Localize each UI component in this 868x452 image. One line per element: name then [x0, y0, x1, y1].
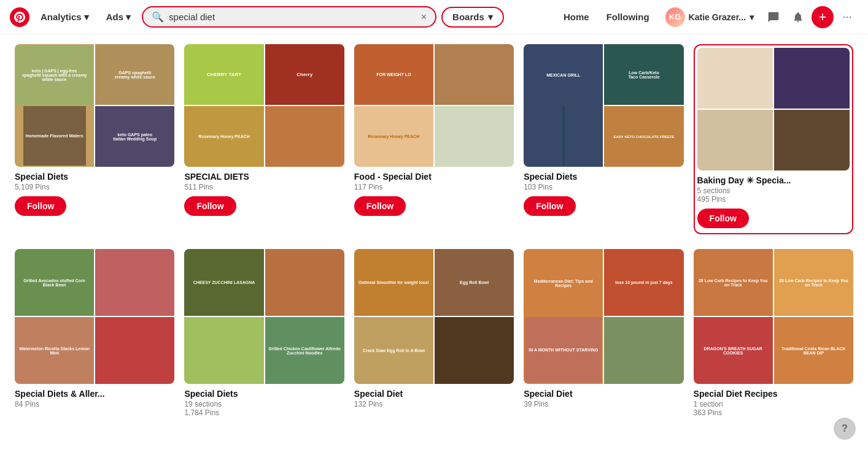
board-title-1: Special Diets: [15, 172, 174, 182]
board-card-10[interactable]: 28 Low Carb Recipes to Keep You on Track…: [694, 249, 853, 424]
ads-nav[interactable]: Ads ▾: [100, 8, 137, 26]
board-info-5: Baking Day ✳ Specia... 5 sections 495 Pi…: [697, 170, 850, 231]
board-card-6[interactable]: Grilled Avocados stuffed Corn Black Bean…: [15, 249, 174, 424]
board-info-4: Special Diets 103 Pins Follow: [524, 167, 683, 218]
follow-button-5[interactable]: Follow: [697, 209, 749, 228]
board-card-8[interactable]: Oatmeal Smoothie for weight loss! Egg Ro…: [354, 249, 514, 424]
ads-label: Ads: [106, 12, 123, 22]
board-info-8: Special Diet 132 Pins: [354, 384, 514, 416]
board-meta-3: 117 Pins: [354, 183, 514, 191]
board-meta-8: 132 Pins: [354, 400, 514, 408]
board-info-7: Special Diets 19 sections 1,784 Pins: [184, 384, 344, 424]
board-title-9: Special Diet: [524, 389, 683, 399]
user-chevron-icon: ▾: [750, 12, 754, 22]
board-images-2: CHERRY TART Cherry Rosemary Honey PEACH: [184, 44, 344, 167]
board-meta-6: 84 Pins: [15, 400, 174, 408]
notifications-icon[interactable]: [787, 6, 809, 28]
board-info-1: Special Diets 5,109 Pins Follow: [15, 167, 174, 218]
user-avatar: KG: [665, 7, 685, 27]
board-info-3: Food - Special Diet 117 Pins Follow: [354, 167, 514, 218]
board-images-8: Oatmeal Smoothie for weight loss! Egg Ro…: [354, 249, 514, 384]
board-title-8: Special Diet: [354, 389, 514, 399]
boards-label: Boards: [452, 12, 484, 22]
boards-row-1: keto | GAPS | egg-freespaghetti squash w…: [15, 44, 853, 234]
user-menu[interactable]: KG Katie Grazer... ▾: [659, 5, 760, 29]
board-card-9[interactable]: Mediterranean Diet: Tips and Recipes IN …: [524, 249, 683, 424]
board-info-2: SPECIAL DIETS 511 Pins Follow: [184, 167, 344, 218]
board-title-7: Special Diets: [184, 389, 344, 399]
board-title-5: Baking Day ✳ Specia...: [697, 175, 850, 185]
board-card-1[interactable]: keto | GAPS | egg-freespaghetti squash w…: [15, 44, 174, 234]
follow-button-3[interactable]: Follow: [354, 196, 406, 216]
board-title-6: Special Diets & Aller...: [15, 389, 174, 399]
search-bar[interactable]: 🔍 ×: [142, 6, 436, 28]
analytics-label: Analytics: [41, 12, 82, 22]
board-images-5: [697, 48, 850, 170]
board-card-4[interactable]: MEXICAN GRILL Low Carb/KetoTaco Casserol…: [524, 44, 683, 234]
user-name: Katie Grazer...: [689, 12, 746, 22]
board-card-3[interactable]: FOR WEIGHT LO Rosemary Honey PEACH Food …: [354, 44, 514, 234]
more-options-icon[interactable]: ···: [836, 6, 858, 28]
board-title-2: SPECIAL DIETS: [184, 172, 344, 182]
search-input[interactable]: [169, 12, 416, 22]
boards-row-2: Grilled Avocados stuffed Corn Black Bean…: [15, 249, 853, 424]
follow-button-4[interactable]: Follow: [524, 196, 575, 216]
board-info-9: Special Diet 39 Pins: [524, 384, 683, 416]
analytics-chevron-icon: ▾: [84, 12, 89, 23]
board-card-7[interactable]: CHEESY ZUCCHINI LASAGNA Grilled Chicken …: [184, 249, 344, 424]
boards-button[interactable]: Boards ▾: [441, 7, 504, 28]
board-title-10: Special Diet Recipes: [694, 389, 853, 399]
messages-icon[interactable]: [762, 6, 785, 28]
board-meta-5: 5 sections 495 Pins: [697, 186, 850, 204]
ads-chevron-icon: ▾: [126, 12, 131, 23]
board-meta-2: 511 Pins: [184, 183, 344, 191]
follow-button-2[interactable]: Follow: [184, 196, 236, 216]
board-meta-7: 19 sections 1,784 Pins: [184, 400, 344, 417]
board-info-6: Special Diets & Aller... 84 Pins: [15, 384, 174, 416]
header: Analytics ▾ Ads ▾ 🔍 × Boards ▾ Home Foll…: [0, 0, 868, 34]
clear-search-icon[interactable]: ×: [421, 12, 427, 23]
board-meta-1: 5,109 Pins: [15, 183, 174, 191]
search-icon: 🔍: [152, 11, 164, 23]
analytics-nav[interactable]: Analytics ▾: [34, 8, 95, 26]
board-images-10: 28 Low Carb Recipes to Keep You on Track…: [694, 249, 853, 384]
boards-chevron-icon: ▾: [488, 12, 493, 23]
help-button[interactable]: ?: [834, 418, 856, 440]
home-link[interactable]: Home: [556, 8, 597, 26]
main-content: keto | GAPS | egg-freespaghetti squash w…: [0, 34, 868, 449]
add-button[interactable]: +: [812, 6, 834, 28]
header-right: Home Following KG Katie Grazer... ▾ + ··…: [556, 5, 858, 29]
board-title-4: Special Diets: [524, 172, 683, 182]
board-meta-10: 1 section 363 Pins: [694, 400, 853, 417]
board-meta-4: 103 Pins: [524, 183, 683, 191]
following-link[interactable]: Following: [599, 8, 657, 26]
pinterest-logo[interactable]: [10, 7, 29, 27]
board-images-7: CHEESY ZUCCHINI LASAGNA Grilled Chicken …: [184, 249, 344, 384]
board-meta-9: 39 Pins: [524, 400, 683, 408]
board-title-3: Food - Special Diet: [354, 172, 514, 182]
board-images-3: FOR WEIGHT LO Rosemary Honey PEACH: [354, 44, 514, 167]
board-card-2[interactable]: CHERRY TART Cherry Rosemary Honey PEACH …: [184, 44, 344, 234]
board-info-10: Special Diet Recipes 1 section 363 Pins: [694, 384, 853, 424]
follow-button-1[interactable]: Follow: [15, 196, 66, 216]
board-card-5[interactable]: Baking Day ✳ Specia... 5 sections 495 Pi…: [694, 44, 853, 234]
